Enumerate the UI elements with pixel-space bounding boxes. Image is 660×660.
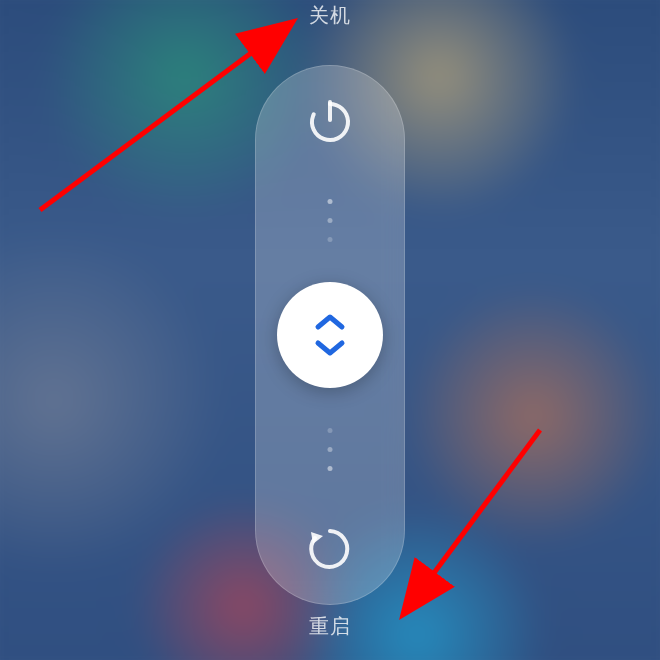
power-menu-overlay: 关机 (0, 0, 660, 660)
slider-handle[interactable] (277, 282, 383, 388)
restart-icon (305, 524, 355, 574)
svg-marker-2 (311, 532, 323, 544)
power-icon (304, 96, 356, 148)
shutdown-label: 关机 (309, 2, 351, 29)
drag-handle-icon (310, 311, 350, 359)
power-slider-track[interactable] (255, 65, 405, 605)
restart-label: 重启 (309, 613, 351, 640)
